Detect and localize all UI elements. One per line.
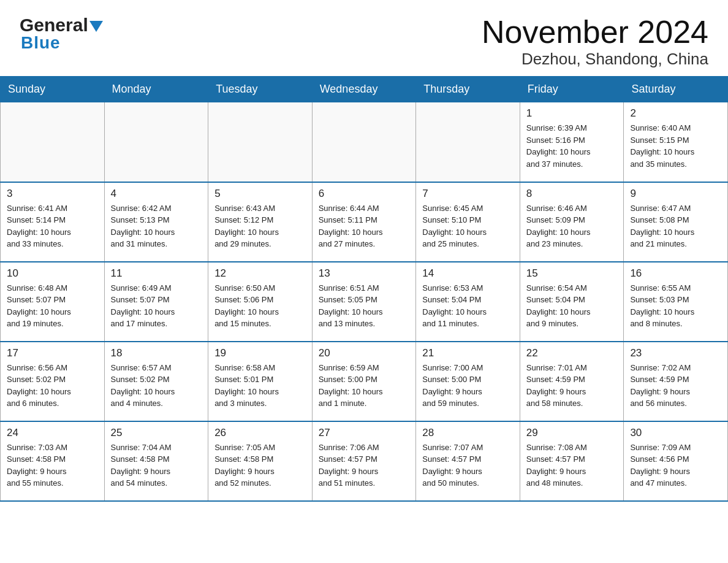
day-number: 11 — [111, 267, 202, 280]
calendar-cell: 25Sunrise: 7:04 AM Sunset: 4:58 PM Dayli… — [104, 421, 208, 501]
calendar-cell: 1Sunrise: 6:39 AM Sunset: 5:16 PM Daylig… — [520, 102, 624, 182]
day-number: 10 — [7, 267, 98, 280]
day-number: 28 — [422, 427, 514, 439]
day-info: Sunrise: 6:56 AM Sunset: 5:02 PM Dayligh… — [7, 362, 98, 410]
calendar-cell — [416, 102, 520, 182]
calendar-cell: 17Sunrise: 6:56 AM Sunset: 5:02 PM Dayli… — [1, 342, 105, 421]
day-number: 3 — [7, 188, 98, 200]
day-number: 19 — [214, 347, 306, 359]
day-info: Sunrise: 6:43 AM Sunset: 5:12 PM Dayligh… — [214, 202, 306, 250]
day-number: 26 — [214, 427, 306, 439]
calendar-cell — [104, 102, 208, 182]
day-info: Sunrise: 6:55 AM Sunset: 5:03 PM Dayligh… — [630, 282, 721, 330]
calendar-cell: 27Sunrise: 7:06 AM Sunset: 4:57 PM Dayli… — [312, 421, 416, 501]
day-info: Sunrise: 6:50 AM Sunset: 5:06 PM Dayligh… — [214, 282, 306, 330]
calendar-cell: 15Sunrise: 6:54 AM Sunset: 5:04 PM Dayli… — [520, 262, 624, 342]
page-header: General Blue November 2024 Dezhou, Shand… — [0, 0, 728, 76]
col-header-wednesday: Wednesday — [312, 77, 416, 102]
day-info: Sunrise: 6:44 AM Sunset: 5:11 PM Dayligh… — [319, 202, 410, 250]
calendar-cell: 14Sunrise: 6:53 AM Sunset: 5:04 PM Dayli… — [416, 262, 520, 342]
calendar-cell: 21Sunrise: 7:00 AM Sunset: 5:00 PM Dayli… — [416, 342, 520, 421]
day-number: 9 — [630, 188, 721, 200]
calendar-cell: 23Sunrise: 7:02 AM Sunset: 4:59 PM Dayli… — [624, 342, 728, 421]
calendar-week-4: 17Sunrise: 6:56 AM Sunset: 5:02 PM Dayli… — [1, 342, 728, 421]
day-number: 21 — [422, 347, 514, 359]
col-header-saturday: Saturday — [624, 77, 728, 102]
day-number: 18 — [111, 347, 202, 359]
calendar-cell: 20Sunrise: 6:59 AM Sunset: 5:00 PM Dayli… — [312, 342, 416, 421]
day-info: Sunrise: 6:51 AM Sunset: 5:05 PM Dayligh… — [319, 282, 410, 330]
calendar-cell: 10Sunrise: 6:48 AM Sunset: 5:07 PM Dayli… — [1, 262, 105, 342]
day-info: Sunrise: 7:07 AM Sunset: 4:57 PM Dayligh… — [422, 442, 514, 489]
logo-general: General — [20, 15, 88, 36]
day-number: 17 — [7, 347, 98, 359]
day-info: Sunrise: 7:09 AM Sunset: 4:56 PM Dayligh… — [630, 442, 721, 489]
day-number: 23 — [630, 347, 721, 359]
day-number: 1 — [526, 107, 618, 120]
calendar-cell: 26Sunrise: 7:05 AM Sunset: 4:58 PM Dayli… — [208, 421, 313, 501]
day-info: Sunrise: 6:42 AM Sunset: 5:13 PM Dayligh… — [111, 202, 202, 250]
svg-marker-0 — [89, 21, 103, 32]
day-number: 2 — [630, 107, 721, 120]
calendar-cell — [1, 102, 105, 182]
calendar-week-3: 10Sunrise: 6:48 AM Sunset: 5:07 PM Dayli… — [1, 262, 728, 342]
day-info: Sunrise: 7:05 AM Sunset: 4:58 PM Dayligh… — [214, 442, 306, 489]
calendar-week-5: 24Sunrise: 7:03 AM Sunset: 4:58 PM Dayli… — [1, 421, 728, 501]
day-info: Sunrise: 6:47 AM Sunset: 5:08 PM Dayligh… — [630, 202, 721, 250]
day-info: Sunrise: 6:48 AM Sunset: 5:07 PM Dayligh… — [7, 282, 98, 330]
day-info: Sunrise: 6:39 AM Sunset: 5:16 PM Dayligh… — [526, 122, 618, 170]
day-info: Sunrise: 6:53 AM Sunset: 5:04 PM Dayligh… — [422, 282, 514, 330]
calendar-cell: 11Sunrise: 6:49 AM Sunset: 5:07 PM Dayli… — [104, 262, 208, 342]
col-header-monday: Monday — [104, 77, 208, 102]
calendar-cell: 3Sunrise: 6:41 AM Sunset: 5:14 PM Daylig… — [1, 182, 105, 262]
day-number: 22 — [526, 347, 618, 359]
calendar-cell: 13Sunrise: 6:51 AM Sunset: 5:05 PM Dayli… — [312, 262, 416, 342]
day-info: Sunrise: 6:41 AM Sunset: 5:14 PM Dayligh… — [7, 202, 98, 250]
calendar-cell: 2Sunrise: 6:40 AM Sunset: 5:15 PM Daylig… — [624, 102, 728, 182]
day-info: Sunrise: 6:45 AM Sunset: 5:10 PM Dayligh… — [422, 202, 514, 250]
col-header-sunday: Sunday — [1, 77, 105, 102]
day-info: Sunrise: 7:04 AM Sunset: 4:58 PM Dayligh… — [111, 442, 202, 489]
day-info: Sunrise: 6:46 AM Sunset: 5:09 PM Dayligh… — [526, 202, 618, 250]
day-info: Sunrise: 7:01 AM Sunset: 4:59 PM Dayligh… — [526, 362, 618, 410]
calendar-cell: 16Sunrise: 6:55 AM Sunset: 5:03 PM Dayli… — [624, 262, 728, 342]
col-header-friday: Friday — [520, 77, 624, 102]
day-info: Sunrise: 7:08 AM Sunset: 4:57 PM Dayligh… — [526, 442, 618, 489]
day-number: 6 — [319, 188, 410, 200]
logo: General Blue — [20, 15, 103, 53]
day-number: 8 — [526, 188, 618, 200]
month-title: November 2024 — [482, 15, 708, 50]
day-info: Sunrise: 7:02 AM Sunset: 4:59 PM Dayligh… — [630, 362, 721, 410]
day-number: 4 — [111, 188, 202, 200]
col-header-thursday: Thursday — [416, 77, 520, 102]
calendar-cell: 29Sunrise: 7:08 AM Sunset: 4:57 PM Dayli… — [520, 421, 624, 501]
col-header-tuesday: Tuesday — [208, 77, 313, 102]
calendar-cell — [312, 102, 416, 182]
calendar-cell: 7Sunrise: 6:45 AM Sunset: 5:10 PM Daylig… — [416, 182, 520, 262]
day-info: Sunrise: 7:00 AM Sunset: 5:00 PM Dayligh… — [422, 362, 514, 410]
day-info: Sunrise: 6:40 AM Sunset: 5:15 PM Dayligh… — [630, 122, 721, 170]
calendar-week-1: 1Sunrise: 6:39 AM Sunset: 5:16 PM Daylig… — [1, 102, 728, 182]
day-info: Sunrise: 6:59 AM Sunset: 5:00 PM Dayligh… — [319, 362, 410, 410]
calendar-cell: 19Sunrise: 6:58 AM Sunset: 5:01 PM Dayli… — [208, 342, 313, 421]
location-title: Dezhou, Shandong, China — [482, 50, 708, 69]
calendar-cell: 4Sunrise: 6:42 AM Sunset: 5:13 PM Daylig… — [104, 182, 208, 262]
day-info: Sunrise: 7:06 AM Sunset: 4:57 PM Dayligh… — [319, 442, 410, 489]
logo-blue: Blue — [20, 33, 61, 53]
title-block: November 2024 Dezhou, Shandong, China — [482, 15, 708, 69]
calendar-header-row: SundayMondayTuesdayWednesdayThursdayFrid… — [1, 77, 728, 102]
day-number: 24 — [7, 427, 98, 439]
day-info: Sunrise: 6:58 AM Sunset: 5:01 PM Dayligh… — [214, 362, 306, 410]
day-info: Sunrise: 6:57 AM Sunset: 5:02 PM Dayligh… — [111, 362, 202, 410]
calendar-cell: 22Sunrise: 7:01 AM Sunset: 4:59 PM Dayli… — [520, 342, 624, 421]
logo-triangle-icon — [89, 21, 103, 32]
calendar-cell: 9Sunrise: 6:47 AM Sunset: 5:08 PM Daylig… — [624, 182, 728, 262]
day-number: 27 — [319, 427, 410, 439]
calendar-cell: 12Sunrise: 6:50 AM Sunset: 5:06 PM Dayli… — [208, 262, 313, 342]
day-number: 20 — [319, 347, 410, 359]
day-info: Sunrise: 6:54 AM Sunset: 5:04 PM Dayligh… — [526, 282, 618, 330]
calendar-cell: 30Sunrise: 7:09 AM Sunset: 4:56 PM Dayli… — [624, 421, 728, 501]
day-number: 29 — [526, 427, 618, 439]
calendar-table: SundayMondayTuesdayWednesdayThursdayFrid… — [0, 76, 728, 502]
calendar-cell: 18Sunrise: 6:57 AM Sunset: 5:02 PM Dayli… — [104, 342, 208, 421]
